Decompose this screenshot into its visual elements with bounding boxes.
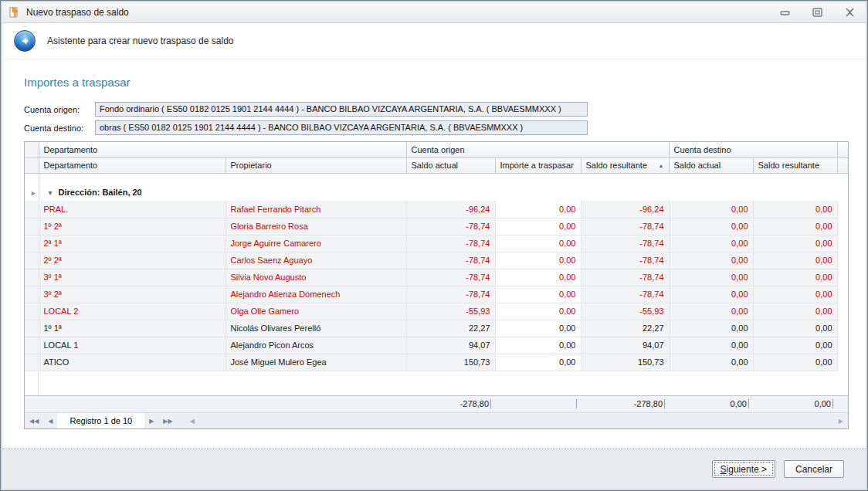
cell-importe[interactable]: 0,00 xyxy=(495,286,581,303)
cell-propietario[interactable]: Rafael Ferrando Pitarch xyxy=(225,201,406,218)
cell-saldo-actual[interactable]: -78,74 xyxy=(406,235,495,252)
cell-dest-saldo-actual[interactable]: 0,00 xyxy=(669,303,753,320)
cell-departamento[interactable]: 2ª 1ª xyxy=(39,235,225,252)
cell-importe[interactable]: 0,00 xyxy=(495,354,581,371)
cell-saldo-resultante[interactable]: -78,74 xyxy=(581,218,669,235)
cell-saldo-resultante[interactable]: -78,74 xyxy=(581,286,669,303)
cell-dest-saldo-resultante[interactable]: 0,00 xyxy=(753,252,837,269)
cell-dest-saldo-resultante[interactable]: 0,00 xyxy=(753,218,837,235)
col-header-dest-saldo-resultante[interactable]: Saldo resultante xyxy=(753,157,837,173)
cell-saldo-actual[interactable]: -55,93 xyxy=(406,303,495,320)
cell-departamento[interactable]: PRAL. xyxy=(39,201,225,218)
cell-propietario[interactable]: Olga Olle Gamero xyxy=(225,303,406,320)
table-row[interactable]: LOCAL 1Alejandro Picon Arcos94,070,0094,… xyxy=(25,337,848,354)
band-cuenta-destino[interactable]: Cuenta destino xyxy=(669,142,837,157)
cell-propietario[interactable]: Carlos Saenz Aguayo xyxy=(225,252,406,269)
back-button[interactable] xyxy=(14,30,36,52)
cell-saldo-actual[interactable]: -78,74 xyxy=(406,269,495,286)
band-cuenta-origen[interactable]: Cuenta origen xyxy=(406,142,669,157)
cancel-button[interactable]: Cancelar xyxy=(784,460,844,478)
col-header-saldo-resultante[interactable]: Saldo resultante ▲ xyxy=(581,157,669,173)
cell-dest-saldo-actual[interactable]: 0,00 xyxy=(669,235,753,252)
cell-saldo-resultante[interactable]: -78,74 xyxy=(581,235,669,252)
cell-saldo-actual[interactable]: 150,73 xyxy=(406,354,495,371)
cell-dest-saldo-actual[interactable]: 0,00 xyxy=(669,320,753,337)
cell-departamento[interactable]: 3º 2ª xyxy=(39,286,225,303)
cell-propietario[interactable]: José Miguel Mulero Egea xyxy=(225,354,406,371)
cell-saldo-resultante[interactable]: -55,93 xyxy=(581,303,669,320)
cell-departamento[interactable]: 2º 2ª xyxy=(39,252,225,269)
next-button[interactable]: Siguiente > xyxy=(712,460,775,478)
cell-saldo-actual[interactable]: 94,07 xyxy=(406,337,495,354)
origin-account-field[interactable]: Fondo ordinario ( ES50 0182 0125 1901 21… xyxy=(95,102,588,117)
cell-propietario[interactable]: Gloria Barreiro Rosa xyxy=(225,218,406,235)
cell-dest-saldo-actual[interactable]: 0,00 xyxy=(669,218,753,235)
cell-saldo-actual[interactable]: -78,74 xyxy=(406,286,495,303)
pager-first-button[interactable]: ◀◀ xyxy=(25,418,43,425)
col-header-saldo-actual[interactable]: Saldo actual xyxy=(406,157,495,173)
maximize-button[interactable] xyxy=(809,7,826,18)
table-row[interactable]: 2ª 1ªJorge Aguirre Camarero-78,740,00-78… xyxy=(25,235,848,252)
cell-importe[interactable]: 0,00 xyxy=(495,201,581,218)
cell-dest-saldo-actual[interactable]: 0,00 xyxy=(669,252,753,269)
cell-propietario[interactable]: Silvia Novo Augusto xyxy=(225,269,406,286)
group-row[interactable]: ▸ ▾Dirección: Bailén, 20 xyxy=(25,184,848,201)
cell-departamento[interactable]: 1º 1ª xyxy=(39,320,225,337)
cell-importe[interactable]: 0,00 xyxy=(495,235,581,252)
col-header-dest-saldo-actual[interactable]: Saldo actual xyxy=(669,157,753,173)
cell-saldo-resultante[interactable]: 22,27 xyxy=(581,320,669,337)
cell-saldo-actual[interactable]: -78,74 xyxy=(406,252,495,269)
cell-departamento[interactable]: LOCAL 1 xyxy=(39,337,225,354)
destination-account-field[interactable]: obras ( ES50 0182 0125 1901 2144 4444 ) … xyxy=(95,120,588,135)
table-row[interactable]: 2º 2ªCarlos Saenz Aguayo-78,740,00-78,74… xyxy=(25,252,848,269)
cell-dest-saldo-actual[interactable]: 0,00 xyxy=(669,354,753,371)
table-row[interactable]: PRAL.Rafael Ferrando Pitarch-96,240,00-9… xyxy=(25,201,848,218)
cell-dest-saldo-resultante[interactable]: 0,00 xyxy=(753,320,837,337)
pager-prev-button[interactable]: ◀ xyxy=(43,418,57,425)
cell-importe[interactable]: 0,00 xyxy=(495,218,581,235)
cell-departamento[interactable]: 1º 2ª xyxy=(39,218,225,235)
cell-dest-saldo-actual[interactable]: 0,00 xyxy=(669,201,753,218)
table-row[interactable]: 1º 1ªNicolás Olivares Perelló22,270,0022… xyxy=(25,320,848,337)
cell-importe[interactable]: 0,00 xyxy=(495,320,581,337)
col-header-propietario[interactable]: Propietario xyxy=(225,157,406,173)
cell-dest-saldo-resultante[interactable]: 0,00 xyxy=(753,235,837,252)
close-button[interactable] xyxy=(841,7,858,18)
col-header-importe[interactable]: Importe a traspasar xyxy=(495,157,581,173)
pager-last-button[interactable]: ▶▶ xyxy=(158,418,177,425)
col-header-departamento[interactable]: Departamento xyxy=(39,157,225,173)
cell-dest-saldo-actual[interactable]: 0,00 xyxy=(669,286,753,303)
cell-saldo-resultante[interactable]: 150,73 xyxy=(581,354,669,371)
cell-saldo-actual[interactable]: -96,24 xyxy=(406,201,495,218)
cell-propietario[interactable]: Alejandro Picon Arcos xyxy=(225,337,406,354)
band-departamento[interactable]: Departamento xyxy=(39,142,406,157)
cell-saldo-resultante[interactable]: -96,24 xyxy=(581,201,669,218)
cell-dest-saldo-resultante[interactable]: 0,00 xyxy=(753,337,837,354)
cell-importe[interactable]: 0,00 xyxy=(495,303,581,320)
hscroll-left-button[interactable]: ◀ xyxy=(185,418,199,425)
table-row[interactable]: ATICOJosé Miguel Mulero Egea150,730,0015… xyxy=(25,354,848,371)
cell-saldo-actual[interactable]: -78,74 xyxy=(406,218,495,235)
cell-departamento[interactable]: LOCAL 2 xyxy=(39,303,225,320)
hscroll-right-button[interactable]: ▶ xyxy=(834,418,848,425)
cell-importe[interactable]: 0,00 xyxy=(495,269,581,286)
cell-saldo-actual[interactable]: 22,27 xyxy=(406,320,495,337)
cell-saldo-resultante[interactable]: -78,74 xyxy=(581,252,669,269)
cell-importe[interactable]: 0,00 xyxy=(495,337,581,354)
cell-dest-saldo-resultante[interactable]: 0,00 xyxy=(753,286,837,303)
cell-dest-saldo-actual[interactable]: 0,00 xyxy=(669,269,753,286)
cell-departamento[interactable]: 3º 1ª xyxy=(39,269,225,286)
table-row[interactable]: 3º 2ªAlejandro Atienza Domenech-78,740,0… xyxy=(25,286,848,303)
cell-dest-saldo-resultante[interactable]: 0,00 xyxy=(753,269,837,286)
pager-next-button[interactable]: ▶ xyxy=(144,418,158,425)
table-row[interactable]: 1º 2ªGloria Barreiro Rosa-78,740,00-78,7… xyxy=(25,218,848,235)
cell-dest-saldo-actual[interactable]: 0,00 xyxy=(669,337,753,354)
cell-saldo-resultante[interactable]: 94,07 xyxy=(581,337,669,354)
cell-departamento[interactable]: ATICO xyxy=(39,354,225,371)
group-collapse-icon[interactable]: ▾ xyxy=(49,188,53,197)
table-row[interactable]: 3º 1ªSilvia Novo Augusto-78,740,00-78,74… xyxy=(25,269,848,286)
cell-dest-saldo-resultante[interactable]: 0,00 xyxy=(753,303,837,320)
cell-propietario[interactable]: Jorge Aguirre Camarero xyxy=(225,235,406,252)
minimize-button[interactable] xyxy=(776,7,793,18)
table-row[interactable]: LOCAL 2Olga Olle Gamero-55,930,00-55,930… xyxy=(25,303,848,320)
